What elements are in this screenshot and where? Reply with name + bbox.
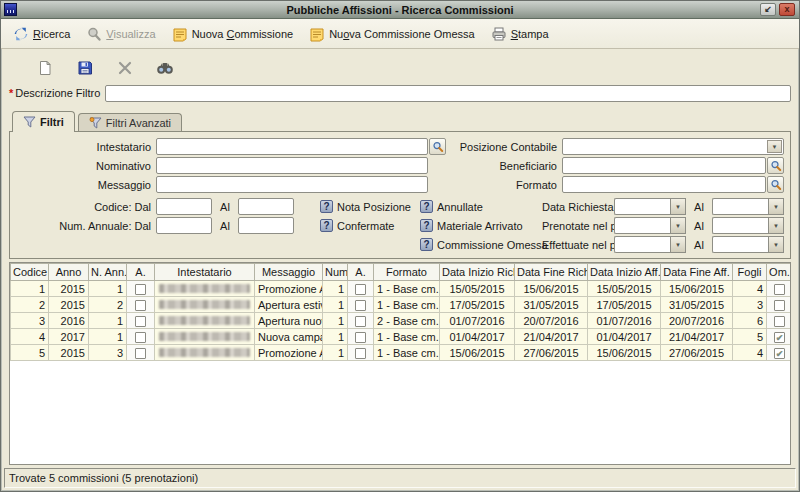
calendar-dropdown-icon[interactable] — [670, 236, 686, 253]
row-checkbox[interactable] — [135, 284, 146, 295]
stampa-button[interactable]: Stampa — [485, 23, 555, 45]
nominativo-input[interactable] — [156, 157, 428, 174]
posizione-contabile-select[interactable] — [562, 138, 784, 155]
tristate-checkbox-icon[interactable]: ? — [420, 219, 433, 232]
row-checkbox[interactable] — [135, 300, 146, 311]
row-checkbox[interactable] — [355, 332, 366, 343]
column-header[interactable]: Anno — [49, 264, 89, 281]
effettuate-al-picker[interactable] — [712, 236, 784, 253]
column-header[interactable]: Messaggio — [255, 264, 323, 281]
row-checkbox[interactable]: ✔ — [774, 348, 785, 359]
column-header[interactable]: Data Fine Rich. — [515, 264, 588, 281]
column-header[interactable]: A. — [348, 264, 374, 281]
cell-intestatario — [155, 297, 255, 313]
delete-filter-button[interactable] — [114, 57, 136, 79]
intestatario-search-button[interactable] — [429, 138, 446, 155]
row-checkbox[interactable] — [774, 316, 785, 327]
row-checkbox[interactable] — [774, 300, 785, 311]
num-annuale-al-input[interactable] — [238, 217, 294, 234]
save-filter-button[interactable] — [74, 57, 96, 79]
materiale-arrivato-checkbox[interactable]: ? Materiale Arrivato — [420, 219, 542, 232]
data-richiesta-al-picker[interactable] — [712, 198, 784, 215]
table-row[interactable]: 120151Promozione Ag11 - Base cm. 7015/05… — [11, 281, 792, 297]
calendar-dropdown-icon[interactable] — [768, 198, 784, 215]
visualizza-button[interactable]: Visualizza — [80, 23, 161, 45]
column-header[interactable]: Codice — [11, 264, 49, 281]
data-richiesta-al-input[interactable] — [712, 198, 768, 215]
chevron-down-icon[interactable] — [767, 140, 782, 153]
codice-al-input[interactable] — [238, 198, 294, 215]
close-button[interactable]: x — [779, 3, 795, 16]
prenotate-al-picker[interactable] — [712, 217, 784, 234]
row-checkbox[interactable] — [355, 284, 366, 295]
column-header[interactable]: A. — [127, 264, 155, 281]
calendar-dropdown-icon[interactable] — [768, 217, 784, 234]
cell-fogli: 4 — [733, 345, 767, 361]
row-checkbox[interactable] — [135, 332, 146, 343]
row-checkbox[interactable] — [135, 316, 146, 327]
table-row[interactable]: 220152Apertura estiva11 - Base cm. 7017/… — [11, 297, 792, 313]
results-table-viewport[interactable]: CodiceAnnoN. Ann.A.IntestatarioMessaggio… — [9, 262, 791, 465]
prenotate-al-input[interactable] — [712, 217, 768, 234]
row-checkbox[interactable] — [774, 284, 785, 295]
restore-button[interactable]: ↙ — [760, 3, 776, 16]
column-header[interactable]: Data Inizio Aff. — [588, 264, 661, 281]
find-filter-button[interactable] — [154, 57, 176, 79]
commissione-omessa-checkbox[interactable]: ? Commissione Omessa — [420, 238, 542, 251]
codice-al-label: Al — [212, 201, 238, 213]
messaggio-input[interactable] — [156, 176, 428, 193]
tristate-checkbox-icon[interactable]: ? — [320, 200, 333, 213]
prenotate-dal-input[interactable] — [614, 217, 670, 234]
cell-n_ann: 1 — [89, 313, 127, 329]
column-header[interactable]: Formato — [374, 264, 440, 281]
intestatario-input[interactable] — [156, 138, 428, 155]
table-row[interactable]: 320161Apertura nuova12 - Base cm. 1401/0… — [11, 313, 792, 329]
formato-search-button[interactable] — [767, 176, 784, 193]
calendar-dropdown-icon[interactable] — [670, 198, 686, 215]
column-header[interactable]: Om. — [767, 264, 792, 281]
calendar-dropdown-icon[interactable] — [768, 236, 784, 253]
table-row[interactable]: 520153Promozione Ag11 - Base cm. 7015/06… — [11, 345, 792, 361]
formato-input[interactable] — [562, 176, 766, 193]
nuova-commissione-omessa-button[interactable]: Nuova Commissione Omessa — [303, 23, 481, 45]
column-header[interactable]: Intestatario — [155, 264, 255, 281]
confermate-checkbox[interactable]: ? Confermate — [320, 219, 420, 232]
nuova-commissione-button[interactable]: Nuova Commissione — [166, 23, 300, 45]
commission-table-body: 120151Promozione Ag11 - Base cm. 7015/05… — [11, 281, 792, 361]
prenotate-dal-picker[interactable] — [614, 217, 686, 234]
num-annuale-dal-input[interactable] — [156, 217, 212, 234]
status-bar: Trovate 5 commissioni (5 prenotazioni) — [4, 468, 796, 488]
tristate-checkbox-icon[interactable]: ? — [420, 200, 433, 213]
effettuate-al-input[interactable] — [712, 236, 768, 253]
calendar-dropdown-icon[interactable] — [670, 217, 686, 234]
magnifier-icon — [86, 26, 102, 42]
data-richiesta-dal-picker[interactable] — [614, 198, 686, 215]
beneficiario-search-button[interactable] — [767, 157, 784, 174]
column-header[interactable]: Data Fine Aff. — [661, 264, 733, 281]
description-filter-input[interactable] — [105, 85, 791, 102]
row-checkbox[interactable] — [135, 348, 146, 359]
column-header[interactable]: Num. — [323, 264, 348, 281]
tab-filtri-avanzati[interactable]: Filtri Avanzati — [78, 113, 182, 131]
title-bar[interactable]: Pubbliche Affissioni - Ricerca Commissio… — [1, 1, 799, 19]
effettuate-dal-picker[interactable] — [614, 236, 686, 253]
tristate-checkbox-icon[interactable]: ? — [420, 238, 433, 251]
row-checkbox[interactable] — [355, 300, 366, 311]
nota-posizione-checkbox[interactable]: ? Nota Posizione — [320, 200, 420, 213]
ricerca-button[interactable]: Ricerca — [7, 23, 76, 45]
effettuate-dal-input[interactable] — [614, 236, 670, 253]
row-checkbox[interactable]: ✔ — [774, 332, 785, 343]
row-checkbox[interactable] — [355, 348, 366, 359]
beneficiario-input[interactable] — [562, 157, 766, 174]
tab-filtri[interactable]: Filtri — [12, 111, 75, 132]
data-richiesta-dal-input[interactable] — [614, 198, 670, 215]
codice-dal-input[interactable] — [156, 198, 212, 215]
table-row[interactable]: 420171Nuova campag11 - Base cm. 7001/04/… — [11, 329, 792, 345]
annullate-checkbox[interactable]: ? Annullate — [420, 200, 542, 213]
column-header[interactable]: Fogli — [733, 264, 767, 281]
tristate-checkbox-icon[interactable]: ? — [320, 219, 333, 232]
row-checkbox[interactable] — [355, 316, 366, 327]
new-filter-button[interactable] — [34, 57, 56, 79]
column-header[interactable]: Data Inizio Rich. — [440, 264, 515, 281]
column-header[interactable]: N. Ann. — [89, 264, 127, 281]
